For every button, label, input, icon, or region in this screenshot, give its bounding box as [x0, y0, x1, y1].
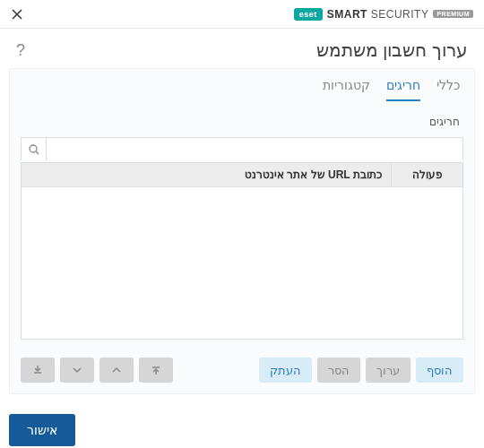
brand-text: SMART SECURITY	[327, 8, 429, 21]
tab-exceptions[interactable]: חריגים	[386, 78, 420, 101]
edit-button[interactable]: ערוך	[366, 358, 411, 383]
move-up-button[interactable]	[99, 358, 134, 383]
ok-button[interactable]: אישור	[9, 414, 75, 446]
col-url: כתובת URL של אתר אינטרנט	[22, 163, 391, 186]
tab-general[interactable]: כללי	[436, 78, 460, 101]
move-top-button[interactable]	[139, 358, 173, 383]
help-icon[interactable]: ?	[16, 41, 25, 60]
content-panel: כללי חריגים קטגוריות חריגים פעולה כתובת …	[9, 68, 475, 394]
table-body	[21, 187, 463, 340]
page-title: ערוך חשבון משתמש	[316, 39, 468, 61]
tab-bar: כללי חריגים קטגוריות	[10, 69, 474, 101]
section-label: חריגים	[10, 101, 474, 137]
tab-categories[interactable]: קטגוריות	[323, 78, 370, 101]
table-header: פעולה כתובת URL של אתר אינטרנט	[21, 162, 463, 187]
move-down-button[interactable]	[60, 358, 94, 383]
move-bottom-button[interactable]	[21, 358, 55, 383]
col-action: פעולה	[391, 163, 462, 186]
svg-point-0	[30, 145, 37, 152]
search-input[interactable]	[46, 137, 463, 160]
brand-area: eset SMART SECURITY PREMIUM	[294, 8, 473, 21]
brand-premium: PREMIUM	[433, 10, 473, 18]
remove-button[interactable]: הסר	[317, 358, 360, 383]
close-button[interactable]	[11, 8, 23, 21]
copy-button[interactable]: העתק	[259, 358, 312, 383]
brand-badge: eset	[294, 8, 323, 21]
add-button[interactable]: הוסף	[416, 358, 463, 383]
search-button[interactable]	[21, 137, 46, 160]
